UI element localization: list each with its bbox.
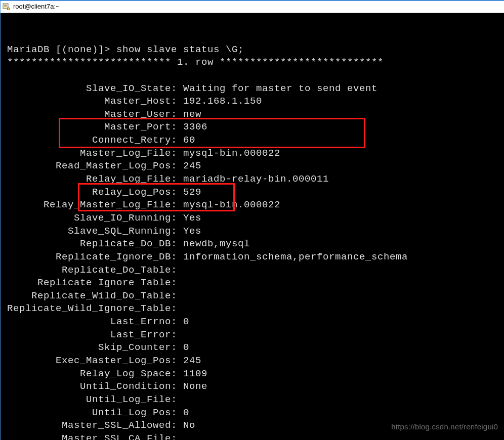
terminal-output[interactable]: MariaDB [(none)]> show slave status \G; … xyxy=(0,13,504,440)
svg-rect-3 xyxy=(8,8,10,10)
prompt-line: MariaDB [(none)]> show slave status \G; xyxy=(7,44,244,55)
putty-icon xyxy=(2,3,10,11)
row-header: *************************** 1. row *****… xyxy=(7,57,384,68)
window-title-text: root@client7a:~ xyxy=(13,3,60,10)
status-lines: Slave_IO_State: Waiting for master to se… xyxy=(7,83,408,440)
window-titlebar: root@client7a:~ xyxy=(0,0,504,13)
watermark-text: https://blog.csdn.net/renfeigui0 xyxy=(391,422,498,431)
